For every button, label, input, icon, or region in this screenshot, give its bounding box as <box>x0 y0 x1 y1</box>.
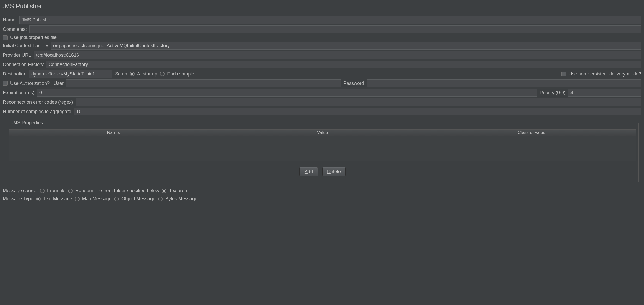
msg-type-text-radio[interactable] <box>36 197 41 201</box>
message-type-label: Message Type <box>3 196 33 202</box>
msg-source-from-file-label: From file <box>47 188 65 193</box>
connection-factory-label: Connection Factory <box>3 62 44 67</box>
setup-at-startup-label: At startup <box>137 71 157 77</box>
message-source-label: Message source <box>3 188 37 193</box>
setup-each-sample-radio[interactable] <box>160 72 165 76</box>
provider-url-input[interactable] <box>34 51 641 59</box>
non-persistent-label: Use non-persistent delivery mode? <box>569 71 641 77</box>
use-jndi-label: Use jndi.properties file <box>10 35 57 40</box>
reconnect-label: Reconnect on error codes (regex) <box>3 99 73 105</box>
reconnect-input[interactable] <box>76 98 641 106</box>
msg-source-textarea-label: Textarea <box>169 188 187 193</box>
aggregate-label: Number of samples to aggregate <box>3 109 71 114</box>
msg-type-map-radio[interactable] <box>75 197 80 201</box>
jms-properties-group: JMS Properties Name: Value Class of valu… <box>7 120 639 182</box>
password-label: Password <box>343 81 364 86</box>
msg-type-text-label: Text Message <box>43 196 72 202</box>
user-input[interactable] <box>66 79 341 87</box>
provider-url-label: Provider URL <box>3 52 31 58</box>
name-input[interactable] <box>19 16 641 24</box>
jms-properties-table: Name: Value Class of value <box>9 129 636 161</box>
msg-type-object-radio[interactable] <box>114 197 119 201</box>
jms-properties-table-body[interactable] <box>9 136 636 161</box>
jms-props-col-name: Name: <box>9 130 218 136</box>
msg-type-object-label: Object Message <box>121 196 155 202</box>
setup-label: Setup <box>115 71 127 77</box>
msg-source-textarea-radio[interactable] <box>162 189 166 193</box>
jms-properties-legend: JMS Properties <box>10 120 44 126</box>
msg-source-from-file-radio[interactable] <box>40 189 45 193</box>
add-button[interactable]: Add <box>299 167 318 176</box>
msg-source-random-file-label: Random File from folder specified below <box>75 188 159 193</box>
main-panel: Name: Comments: Use jndi.properties file… <box>2 14 642 204</box>
connection-factory-input[interactable] <box>46 61 641 68</box>
use-auth-label: Use Authorization? <box>10 81 50 86</box>
jms-props-col-class: Class of value <box>427 130 636 136</box>
delete-button[interactable]: Delete <box>322 167 346 176</box>
msg-source-random-file-radio[interactable] <box>68 189 73 193</box>
initial-context-factory-input[interactable] <box>51 42 641 50</box>
user-label: User <box>54 81 64 86</box>
password-input[interactable] <box>367 79 641 87</box>
jms-props-col-value: Value <box>218 130 427 136</box>
expiration-label: Expiration (ms) <box>3 90 34 96</box>
msg-type-map-label: Map Message <box>82 196 112 202</box>
expiration-input[interactable] <box>37 89 537 97</box>
comments-input[interactable] <box>29 25 641 33</box>
destination-label: Destination <box>3 71 26 77</box>
msg-type-bytes-radio[interactable] <box>158 197 163 201</box>
non-persistent-checkbox[interactable] <box>561 72 566 76</box>
jms-properties-table-header: Name: Value Class of value <box>9 130 636 136</box>
page-title: JMS Publisher <box>2 3 642 10</box>
comments-label: Comments: <box>3 27 27 32</box>
destination-input[interactable] <box>29 70 112 78</box>
use-auth-checkbox[interactable] <box>3 81 8 86</box>
setup-each-sample-label: Each sample <box>167 71 194 77</box>
priority-input[interactable] <box>568 89 641 97</box>
priority-label: Priority (0-9) <box>540 90 566 96</box>
setup-at-startup-radio[interactable] <box>130 72 135 76</box>
use-jndi-checkbox[interactable] <box>3 35 8 40</box>
initial-context-factory-label: Initial Context Factory <box>3 43 48 49</box>
aggregate-input[interactable] <box>74 108 641 115</box>
msg-type-bytes-label: Bytes Message <box>165 196 197 202</box>
name-label: Name: <box>3 17 17 23</box>
